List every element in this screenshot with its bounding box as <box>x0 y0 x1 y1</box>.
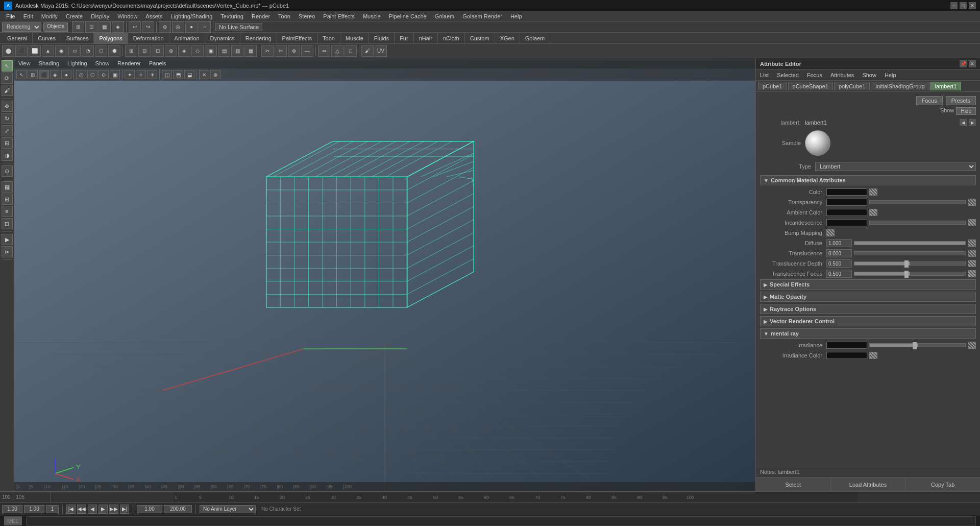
toolbar-icon-9[interactable]: ○ <box>199 21 211 33</box>
vp-btn-2[interactable]: ⊞ <box>28 70 38 79</box>
anim-layer-select[interactable]: No Anim Layer <box>200 505 256 513</box>
tb-plane[interactable]: ▭ <box>68 45 81 57</box>
incandescence-checker[interactable] <box>968 219 976 226</box>
vp-btn-16[interactable]: ✕ <box>199 70 209 79</box>
tb-paint[interactable]: 🖌 <box>361 45 374 57</box>
copy-tab-button[interactable]: Copy Tab <box>905 477 980 491</box>
tb-boolean[interactable]: ⊕ <box>165 45 177 57</box>
menu-toon[interactable]: Toon <box>274 12 295 20</box>
transparency-slider[interactable] <box>869 200 966 204</box>
tab-polygons[interactable]: Polygons <box>94 33 128 44</box>
tb-edge[interactable]: — <box>301 45 313 57</box>
attr-tab-polycube1[interactable]: polyCube1 <box>834 82 870 90</box>
menu-pipeline[interactable]: Pipeline Cache <box>385 12 431 20</box>
tab-fur[interactable]: Fur <box>395 33 414 44</box>
menu-window[interactable]: Window <box>113 12 141 20</box>
tb-combine[interactable]: ⊞ <box>125 45 137 57</box>
vp-btn-12[interactable]: ☀ <box>147 70 157 79</box>
viewport-menu-show[interactable]: Show <box>95 60 110 66</box>
paint-select-tool[interactable]: 🖌 <box>2 85 13 96</box>
frame-start-input[interactable] <box>2 505 22 513</box>
tab-curves[interactable]: Curves <box>33 33 61 44</box>
play-fast-forward-button[interactable]: ▶▶ <box>109 505 118 514</box>
irradiance-slider[interactable] <box>869 343 966 347</box>
toolbar-icon-3[interactable]: ▦ <box>99 21 111 33</box>
tb-cylinder[interactable]: ⬜ <box>29 45 41 57</box>
tb-bevel[interactable]: ▤ <box>218 45 230 57</box>
ambient-swatch[interactable] <box>826 209 867 216</box>
viewport-menu-view[interactable]: View <box>18 60 31 66</box>
toolbar-icon-2[interactable]: ⊡ <box>85 21 97 33</box>
move-tool[interactable]: ✥ <box>2 101 13 112</box>
menu-golaem[interactable]: Golaem <box>431 12 459 20</box>
play-end-button[interactable]: ▶| <box>120 505 129 514</box>
rotate-tool[interactable]: ↻ <box>2 113 13 124</box>
frame-step-input[interactable] <box>46 505 59 513</box>
translucence-input[interactable] <box>826 249 852 257</box>
toolbar-icon-1[interactable]: ⊞ <box>72 21 84 33</box>
viewport-menu-shading[interactable]: Shading <box>39 60 59 66</box>
hide-button[interactable]: Hide <box>956 107 976 115</box>
attr-tab-lambert1[interactable]: lambert1 <box>930 82 962 90</box>
menu-edit[interactable]: Edit <box>19 12 37 20</box>
vp-btn-5[interactable]: ● <box>61 70 71 79</box>
command-line[interactable] <box>26 516 976 525</box>
translucence-focus-checker[interactable] <box>968 270 976 277</box>
vp-btn-1[interactable]: ↖ <box>16 70 27 79</box>
show-manipulator[interactable]: ⊙ <box>2 165 13 177</box>
tb-offset[interactable]: ⊗ <box>288 45 300 57</box>
ambient-checker[interactable] <box>869 209 877 216</box>
presets-button[interactable]: Presets <box>946 96 976 105</box>
tb-split[interactable]: ✂ <box>261 45 274 57</box>
lasso-tool[interactable]: ⟳ <box>2 73 13 84</box>
tab-fluids[interactable]: Fluids <box>369 33 395 44</box>
color-swatch[interactable] <box>826 188 867 196</box>
vp-btn-17[interactable]: ⊕ <box>210 70 220 79</box>
incandescence-swatch[interactable] <box>826 219 867 226</box>
tab-golaem[interactable]: Golaem <box>520 33 551 44</box>
snap-to-point[interactable]: ⊡ <box>2 218 13 229</box>
frame-current-input[interactable] <box>24 505 44 513</box>
attr-editor-pin[interactable]: 📌 <box>960 60 967 67</box>
tab-custom[interactable]: Custom <box>465 33 495 44</box>
translucence-slider[interactable] <box>854 251 966 255</box>
tb-cube[interactable]: ⬛ <box>15 45 28 57</box>
tb-mirror[interactable]: ⇔ <box>318 45 330 57</box>
menu-create[interactable]: Create <box>62 12 87 20</box>
vp-btn-6[interactable]: ◎ <box>76 70 86 79</box>
menu-help[interactable]: Help <box>506 12 526 20</box>
scale-tool[interactable]: ⤢ <box>2 125 13 136</box>
tb-uv[interactable]: UV <box>375 45 387 57</box>
toolbar-icon-6[interactable]: ↪ <box>142 21 154 33</box>
bump-checker[interactable] <box>826 229 835 236</box>
select-tool[interactable]: ↖ <box>2 60 13 71</box>
menu-paint[interactable]: Paint Effects <box>319 12 359 20</box>
section-mental-ray[interactable]: ▼ mental ray <box>760 328 976 339</box>
toolbar-icon-5[interactable]: ↩ <box>129 21 141 33</box>
tab-deformation[interactable]: Deformation <box>128 33 169 44</box>
viewport-menu-renderer[interactable]: Renderer <box>117 60 141 66</box>
menu-golaem-render[interactable]: Golaem Render <box>458 12 506 20</box>
tb-triangulate[interactable]: △ <box>331 45 344 57</box>
tb-multicut[interactable]: ✄ <box>275 45 287 57</box>
transparency-checker[interactable] <box>968 199 976 206</box>
play-start-button[interactable]: |◀ <box>66 505 76 514</box>
irradiance-color-swatch[interactable] <box>826 352 867 359</box>
vp-btn-4[interactable]: ◈ <box>50 70 60 79</box>
maximize-button[interactable]: □ <box>960 2 967 9</box>
mel-button[interactable]: MEL <box>4 516 22 525</box>
menu-stereo[interactable]: Stereo <box>295 12 319 20</box>
tb-bridge[interactable]: ▥ <box>231 45 243 57</box>
irradiance-swatch[interactable] <box>826 342 867 349</box>
vp-btn-7[interactable]: ⬡ <box>87 70 97 79</box>
section-matte-opacity[interactable]: ▶ Matte Opacity <box>760 292 976 302</box>
quick-layout[interactable]: ▦ <box>2 181 13 193</box>
tb-disk[interactable]: ◔ <box>82 45 94 57</box>
tab-nhair[interactable]: nHair <box>414 33 438 44</box>
tb-cone[interactable]: ▲ <box>42 45 54 57</box>
attr-editor-close[interactable]: ✕ <box>969 60 976 67</box>
tab-animation[interactable]: Animation <box>169 33 205 44</box>
tb-quadrangulate[interactable]: □ <box>345 45 357 57</box>
ipr-render[interactable]: ⊳ <box>2 246 13 257</box>
vp-btn-14[interactable]: ⬒ <box>173 70 183 79</box>
